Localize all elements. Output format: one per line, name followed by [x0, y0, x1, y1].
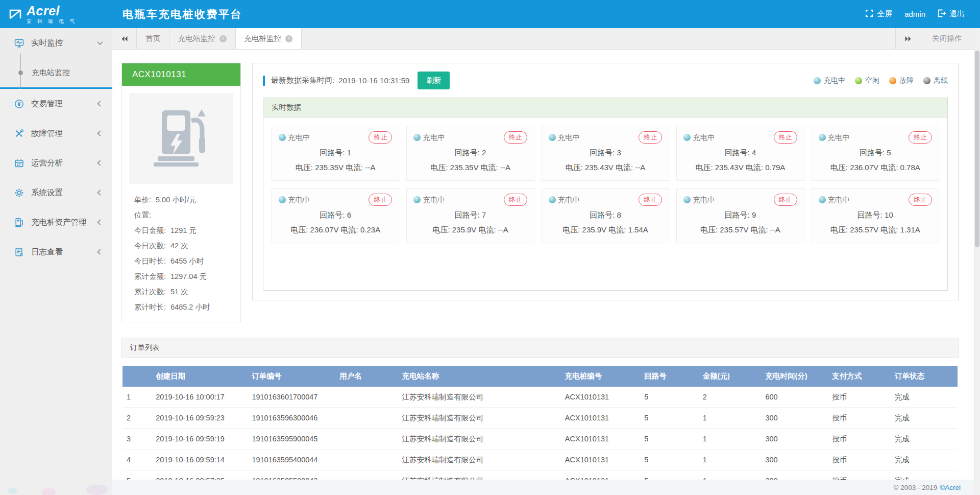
orders-section: 订单列表 创建日期订单编号用户名充电站名称充电桩编号回路号金额(元)充电时间(分… [121, 338, 959, 480]
order-cell: 600 [761, 387, 828, 408]
terminate-button[interactable]: 终止 [909, 131, 932, 144]
tab-首页[interactable]: 首页 [137, 28, 169, 49]
sidebar-subitem-充电站监控[interactable]: 充电站监控 [0, 58, 112, 87]
logout-icon [938, 9, 946, 19]
orders-column-header: 用户名 [335, 366, 398, 387]
order-cell: 2019-10-16 09:59:14 [152, 450, 248, 470]
chevron-left-icon [97, 190, 103, 195]
order-cell: 2019-10-16 09:59:23 [152, 408, 248, 429]
terminate-button[interactable]: 终止 [504, 194, 527, 206]
orders-column-header: 支付方式 [828, 366, 891, 387]
order-cell: 1910163595900045 [248, 429, 335, 450]
order-cell: 1 [699, 450, 762, 470]
sidebar-item-label: 日志查看 [31, 247, 63, 257]
sidebar: 实时监控充电站监控交易管理故障管理运营分析系统设置充电桩资产管理日志查看 [0, 28, 112, 495]
orders-table: 创建日期订单编号用户名充电站名称充电桩编号回路号金额(元)充电时间(分)支付方式… [122, 366, 958, 480]
sidebar-item-系统设置[interactable]: 系统设置 [0, 178, 112, 207]
card-status-label: 充电中 [693, 133, 715, 143]
tab-充电桩监控[interactable]: 充电桩监控× [236, 28, 302, 49]
charging-pile-image-box [129, 93, 233, 184]
terminate-button[interactable]: 终止 [639, 194, 662, 206]
order-cell: 1 [699, 429, 762, 450]
stat-label: 位置: [134, 207, 151, 223]
terminate-button[interactable]: 终止 [909, 194, 932, 206]
status-ball-idle-icon [855, 77, 862, 84]
circuit-card: 充电中终止回路号: 8电压: 235.9V 电流: 1.54A [542, 188, 669, 243]
sidebar-item-故障管理[interactable]: 故障管理 [0, 119, 112, 148]
fullscreen-button[interactable]: 全屏 [865, 9, 892, 19]
voltage-current: 电压: 235.9V 电流: 1.54A [549, 225, 662, 235]
terminate-button[interactable]: 终止 [774, 131, 797, 144]
sidebar-item-日志查看[interactable]: 日志查看 [0, 237, 112, 267]
order-cell: 完成 [891, 387, 958, 408]
circuit-card: 充电中终止回路号: 7电压: 235.9V 电流: --A [406, 188, 534, 243]
tab-bar: 首页充电站监控×充电桩监控× 关闭操作 [112, 28, 974, 50]
circuit-card: 充电中终止回路号: 6电压: 236.07V 电流: 0.23A [272, 188, 399, 243]
accent-bar [263, 76, 265, 86]
stat-label: 今日金额: [134, 223, 166, 238]
status-ball-charging-icon [413, 196, 421, 203]
stat-value: 6455 小时 [170, 253, 204, 269]
tab-充电站监控[interactable]: 充电站监控× [169, 28, 236, 49]
voltage-current: 电压: 235.57V 电流: 1.31A [819, 225, 932, 235]
status-ball-charging-icon [814, 77, 821, 84]
circuit-number: 回路号: 4 [683, 148, 797, 158]
scrollbar-thumb[interactable] [975, 51, 979, 247]
orders-title: 订单列表 [121, 338, 959, 358]
tab-label: 充电站监控 [178, 34, 215, 43]
orders-column-header: 创建日期 [152, 366, 248, 387]
voltage-current: 电压: 235.35V 电流: --A [279, 163, 392, 173]
order-cell: 完成 [891, 450, 958, 470]
stat-line: 今日时长:6455 小时 [134, 253, 233, 269]
footer-brand-link[interactable]: ©Acrel [940, 484, 961, 491]
status-ball-charging-icon [819, 134, 826, 141]
log-icon [13, 246, 24, 257]
close-operations-button[interactable]: 关闭操作 [920, 28, 974, 49]
order-cell: ACX1010131 [561, 429, 640, 450]
station-stats: 单价:5.00 小时/元位置:今日金额:1291 元今日次数:42 次今日时长:… [129, 192, 233, 315]
stat-label: 今日时长: [134, 253, 166, 269]
status-ball-charging-icon [279, 196, 286, 203]
tab-close-icon[interactable]: × [285, 35, 292, 42]
brand-name: Acrel [27, 5, 77, 17]
circuit-number: 回路号: 6 [279, 210, 392, 220]
realtime-data-panel: 实时数据 充电中终止回路号: 1电压: 235.35V 电流: --A充电中终止… [263, 98, 948, 291]
vertical-scrollbar[interactable] [974, 28, 980, 495]
analysis-icon [13, 157, 24, 169]
order-cell: 5 [122, 470, 152, 480]
status-legend: 充电中空闲故障离线 [814, 76, 948, 85]
circuit-cards-grid: 充电中终止回路号: 1电压: 235.35V 电流: --A充电中终止回路号: … [272, 126, 939, 243]
order-cell [335, 408, 398, 429]
stat-value: 1297.04 元 [170, 269, 207, 284]
sidebar-item-运营分析[interactable]: 运营分析 [0, 148, 112, 178]
footer: © 2003 - 2019 ©Acrel [112, 480, 974, 495]
card-status-label: 充电中 [693, 195, 715, 205]
stat-value: 6485.2 小时 [170, 299, 210, 315]
terminate-button[interactable]: 终止 [774, 194, 797, 206]
copyright-text: © 2003 - 2019 [894, 484, 938, 491]
terminate-button[interactable]: 终止 [369, 131, 392, 144]
logout-button[interactable]: 退出 [938, 9, 965, 19]
status-ball-offline-icon [923, 77, 930, 84]
terminate-button[interactable]: 终止 [504, 131, 527, 144]
legend-label: 空闲 [865, 76, 879, 85]
order-cell: 300 [761, 408, 828, 429]
terminate-button[interactable]: 终止 [369, 194, 392, 206]
order-cell: 投币 [828, 408, 891, 429]
tabs-scroll-right-button[interactable] [895, 28, 920, 49]
sidebar-item-实时监控[interactable]: 实时监控 [0, 28, 112, 58]
charging-pile-icon [149, 108, 214, 169]
monitor-panel: 最新数据采集时间: 2019-10-16 10:31:59 刷新 充电中空闲故障… [252, 63, 959, 300]
sidebar-item-充电桩资产管理[interactable]: 充电桩资产管理 [0, 207, 112, 237]
user-menu[interactable]: admin [904, 10, 925, 18]
circuit-number: 回路号: 1 [279, 148, 392, 158]
terminate-button[interactable]: 终止 [639, 131, 662, 144]
voltage-current: 电压: 235.35V 电流: --A [413, 163, 527, 173]
tab-close-icon[interactable]: × [219, 35, 227, 42]
chevron-left-icon [97, 160, 103, 166]
order-cell: 投币 [828, 450, 891, 470]
refresh-button[interactable]: 刷新 [418, 72, 450, 89]
tabs-scroll-left-button[interactable] [112, 28, 137, 49]
order-row: 12019-10-16 10:00:171910163601700047江苏安科… [122, 387, 958, 408]
sidebar-item-交易管理[interactable]: 交易管理 [0, 89, 112, 119]
